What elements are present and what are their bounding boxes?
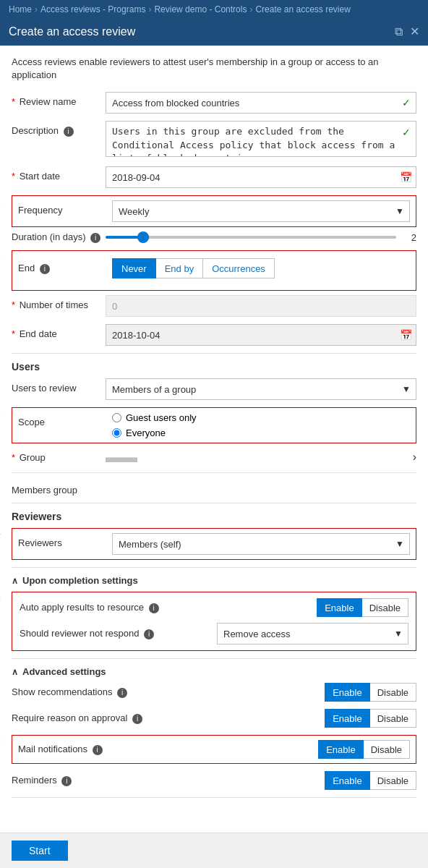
end-date-label: * End date (12, 324, 106, 339)
users-to-review-label: Users to review (12, 378, 106, 393)
frequency-box: Frequency Daily Weekly Monthly Quarterly… (12, 195, 416, 227)
description-info-icon[interactable]: i (64, 127, 74, 137)
mail-notif-toggle: Enable Disable (318, 740, 410, 759)
mail-notif-box: Mail notifications i Enable Disable (12, 735, 416, 764)
reviewers-select[interactable]: Members (self) Selected reviewers (112, 533, 410, 555)
footer: Start (0, 833, 428, 868)
reviewers-label: Reviewers (18, 533, 112, 548)
slider-container: 2 (106, 232, 416, 243)
show-rec-disable-button[interactable]: Disable (370, 683, 416, 702)
completion-content: 5 Auto apply results to resource i Enabl… (12, 592, 416, 651)
num-badge-2: 2 (0, 250, 1, 260)
breadcrumb: Home › Access reviews - Programs › Revie… (0, 0, 428, 19)
end-row: End i Never End by Occurrences (18, 255, 410, 281)
main-window: Home › Access reviews - Programs › Revie… (0, 0, 428, 868)
end-info-icon[interactable]: i (40, 264, 50, 274)
mail-notif-label: Mail notifications i (18, 744, 312, 755)
show-rec-info-icon[interactable]: i (117, 688, 127, 698)
advanced-toggle[interactable]: ∧ Advanced settings (12, 666, 416, 677)
reminders-enable-button[interactable]: Enable (325, 771, 369, 790)
scope-row: Scope Guest users only Everyone (18, 412, 410, 438)
require-reason-info-icon[interactable]: i (132, 714, 142, 724)
start-date-wrapper: 📅 (106, 166, 416, 188)
completion-box: Auto apply results to resource i Enable … (12, 592, 416, 651)
breadcrumb-current: Create an access review (255, 4, 350, 14)
review-name-input[interactable] (106, 92, 416, 114)
divider1 (12, 353, 416, 354)
num-badge-6: 6 (0, 735, 1, 745)
scope-everyone-radio[interactable] (112, 428, 121, 438)
mail-notif-disable-button[interactable]: Disable (364, 740, 410, 759)
reviewers-section-label: Reviewers (12, 511, 416, 522)
end-never-button[interactable]: Never (112, 258, 156, 278)
required-star3: * (12, 299, 15, 310)
not-respond-info-icon[interactable]: i (144, 629, 154, 639)
auto-apply-info-icon[interactable]: i (149, 603, 159, 613)
review-name-field-wrapper: ✓ (106, 92, 416, 114)
members-group-text: ▬▬ (106, 448, 137, 466)
breadcrumb-home[interactable]: Home (9, 4, 32, 14)
title-bar: Create an access review ⧉ ✕ (0, 19, 428, 46)
end-label: End i (18, 263, 112, 274)
users-to-review-select[interactable]: Members of a group Assigned to an applic… (106, 378, 416, 400)
reminders-info-icon[interactable]: i (61, 776, 72, 786)
review-name-label: * Review name (12, 92, 106, 107)
scope-radio-group: Guest users only Everyone (112, 412, 197, 438)
auto-apply-enable-button[interactable]: Enable (317, 598, 361, 617)
scope-everyone-item: Everyone (112, 427, 197, 438)
auto-apply-disable-button[interactable]: Disable (362, 598, 408, 617)
scope-everyone-label: Everyone (126, 427, 166, 438)
end-by-button[interactable]: End by (156, 258, 203, 278)
start-date-calendar-icon[interactable]: 📅 (400, 171, 412, 183)
mail-notif-enable-button[interactable]: Enable (318, 740, 363, 759)
show-rec-toggle: Enable Disable (325, 683, 416, 702)
scope-guest-label: Guest users only (126, 412, 197, 423)
duration-value: 2 (402, 232, 416, 243)
advanced-section-label: Advanced settings (22, 666, 106, 677)
show-rec-label: Show recommendations i (12, 686, 319, 698)
end-occurrences-button[interactable]: Occurrences (203, 258, 275, 278)
require-reason-enable-button[interactable]: Enable (325, 709, 369, 728)
spacer (12, 805, 416, 820)
number-of-times-row: * Number of times (12, 295, 416, 317)
required-star: * (12, 96, 15, 107)
users-to-review-select-wrapper: Members of a group Assigned to an applic… (106, 378, 416, 400)
scope-box: Scope Guest users only Everyone (12, 407, 416, 443)
completion-section: ∧ Upon completion settings 5 Auto apply … (12, 575, 416, 651)
num-badge-3: 3 (0, 407, 1, 417)
divider4 (12, 658, 416, 659)
end-section: 2 End i Never End by Occurrences (12, 250, 416, 291)
users-section-label: Users (12, 361, 416, 373)
group-arrow-icon[interactable]: › (413, 451, 416, 464)
start-button[interactable]: Start (12, 841, 68, 861)
required-star4: * (12, 328, 15, 339)
close-icon[interactable]: ✕ (410, 25, 419, 38)
mail-notif-info-icon[interactable]: i (93, 745, 103, 755)
not-respond-select[interactable]: Remove access Approve access Take recomm… (217, 623, 408, 644)
description-textarea[interactable]: Users in this group are excluded from th… (106, 121, 416, 157)
frequency-select[interactable]: Daily Weekly Monthly Quarterly Annually (112, 200, 410, 222)
mail-notif-section: 6 Mail notifications i Enable Disable (12, 735, 416, 764)
end-box: End i Never End by Occurrences (12, 250, 416, 291)
restore-icon[interactable]: ⧉ (395, 25, 403, 38)
show-rec-row: Show recommendations i Enable Disable (12, 683, 416, 702)
check-icon: ✓ (402, 97, 411, 109)
reminders-label: Reminders i (12, 775, 319, 786)
frequency-label: Frequency (18, 200, 112, 216)
duration-slider-track (106, 236, 396, 239)
frequency-section: 1 Frequency Daily Weekly Monthly Quarter… (12, 195, 416, 227)
completion-toggle[interactable]: ∧ Upon completion settings (12, 575, 416, 586)
require-reason-disable-button[interactable]: Disable (370, 709, 416, 728)
breadcrumb-programs[interactable]: Access reviews - Programs (40, 4, 145, 14)
breadcrumb-controls[interactable]: Review demo - Controls (154, 4, 247, 14)
scope-guest-radio[interactable] (112, 413, 121, 422)
duration-slider-thumb[interactable] (137, 231, 149, 243)
reminders-disable-button[interactable]: Disable (370, 771, 416, 790)
scope-guest-item: Guest users only (112, 412, 197, 423)
content-area: Access reviews enable reviewers to attes… (0, 46, 428, 833)
duration-info-icon[interactable]: i (90, 233, 100, 243)
reviewers-box: Reviewers Members (self) Selected review… (12, 528, 416, 560)
divider3 (12, 567, 416, 568)
start-date-input[interactable] (106, 166, 416, 188)
show-rec-enable-button[interactable]: Enable (325, 683, 369, 702)
